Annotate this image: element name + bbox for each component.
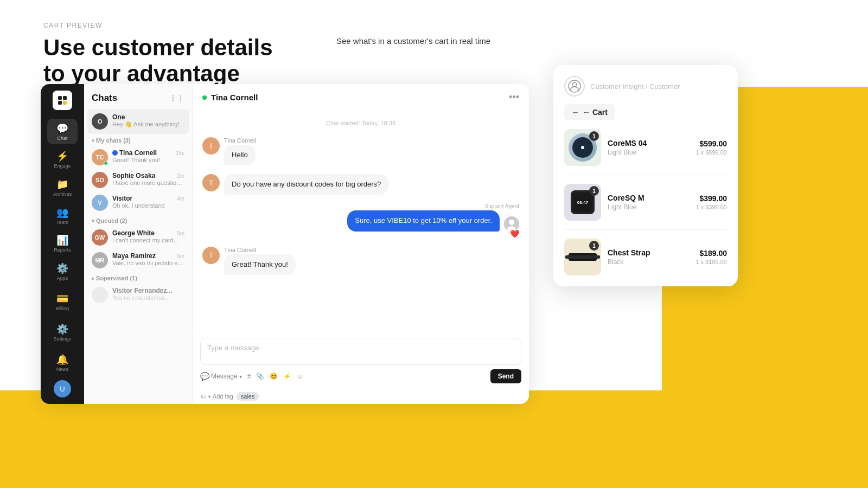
- cart-variant-chest-strap: Black: [608, 258, 690, 266]
- message-group-4: T Tina Cornell Great! Thank you!: [202, 247, 519, 275]
- header-section: CART PREVIEW Use customer details to you…: [43, 22, 273, 87]
- cart-details-chest-strap: Chest Strap Black: [608, 248, 690, 266]
- cart-back-button[interactable]: ← ← Cart: [564, 104, 615, 120]
- nav-logo: [53, 91, 72, 110]
- chat-item-one[interactable]: O One Hey 👋 Ask me anything!: [87, 109, 189, 134]
- nav-label-billing: Billing: [56, 306, 69, 311]
- nav-item-settings[interactable]: ⚙️ Settings: [47, 319, 78, 345]
- nav-label-archives: Archives: [53, 191, 72, 197]
- message-format-button[interactable]: 💬 Message ▾: [200, 372, 242, 381]
- message-content-4: Tina Cornell Great! Thank you!: [224, 247, 296, 275]
- reports-icon: 📊: [56, 234, 68, 246]
- chat-time-maya: 6m: [177, 253, 184, 259]
- chat-preview-maya: Vale, no veo mi pedido en la lista...: [112, 260, 184, 266]
- settings-icon: ⚙️: [56, 323, 68, 335]
- chat-avatar-maya: MR: [92, 252, 108, 268]
- cart-item-img-corems: 1: [564, 129, 601, 166]
- filter-icon[interactable]: ⋮⋮: [169, 94, 184, 102]
- annotation-text: See what's in a customer's cart in real …: [336, 35, 490, 48]
- cart-price-right-corems: $599.00 1 x $599.00: [696, 139, 727, 156]
- chat-time-visitor: 4m: [177, 196, 184, 202]
- send-button[interactable]: Send: [490, 369, 521, 383]
- cart-badge-chest-strap: 1: [589, 241, 599, 251]
- chat-avatar-visitor: V: [92, 195, 108, 211]
- hashtag-button[interactable]: #: [247, 373, 251, 380]
- chat-item-maya[interactable]: MR Maya Ramirez 6m Vale, no veo mi pedid…: [84, 249, 192, 272]
- support-agent-label: Support Agent: [485, 203, 519, 209]
- svg-rect-2: [58, 101, 62, 105]
- svg-rect-3: [63, 101, 67, 105]
- billing-icon: 💳: [56, 293, 68, 305]
- cart-name-chest-strap: Chest Strap: [608, 248, 690, 257]
- cart-qty-chest-strap: 1 x $189.00: [696, 259, 727, 265]
- chat-avatar-one: O: [92, 113, 108, 130]
- user-avatar[interactable]: U: [54, 380, 71, 397]
- svg-rect-0: [58, 96, 62, 100]
- chat-avatar-george: GW: [92, 229, 108, 246]
- tina-avatar-msg4: T: [202, 247, 220, 264]
- chat-item-sophie[interactable]: SO Sophie Osaka 2m I have one more quest…: [84, 169, 192, 191]
- sender-name-4: Tina Cornell: [224, 247, 296, 253]
- engage-icon: ⚡: [56, 150, 68, 162]
- nav-item-news[interactable]: 🔔 News: [47, 350, 78, 376]
- main-title: Use customer details to your advantage: [43, 35, 273, 87]
- nav-item-engage[interactable]: ⚡ Engage: [47, 146, 78, 172]
- nav-label-settings: Settings: [54, 336, 72, 342]
- heart-reaction: ❤️: [510, 229, 519, 238]
- message-bubble-4: Great! Thank you!: [224, 254, 296, 275]
- chat-item-visitor[interactable]: V Visitor 4m Oh ok, I understand: [84, 191, 192, 214]
- emoji-button[interactable]: 😊: [270, 373, 278, 380]
- cart-items-list: 1 CoreMS 04 Light Blue $599.00 1 x $599.…: [564, 129, 727, 275]
- extra-button[interactable]: ☺: [297, 373, 303, 380]
- divider-2: [564, 229, 727, 230]
- chest-strap-visual: [567, 250, 598, 264]
- chat-info-sophie: Sophie Osaka 2m I have one more question…: [112, 172, 184, 186]
- nav-sidebar: 💬 Chat ⚡ Engage 📁 Archives 👥 Team 📊 Repo…: [41, 84, 84, 404]
- add-tag-button[interactable]: 🏷 + Add tag: [200, 393, 233, 400]
- cart-badge-coresq: 1: [589, 186, 599, 196]
- tina-avatar-msg2: T: [202, 174, 220, 191]
- cart-details-corems: CoreMS 04 Light Blue: [608, 139, 690, 156]
- cart-details-coresq: CoreSQ M Light Blue: [608, 194, 690, 211]
- nav-item-apps[interactable]: ⚙️ Apps: [47, 259, 78, 285]
- cart-price-coresq: $399.00: [696, 194, 727, 203]
- chat-item-supervised[interactable]: Visitor Fernandez... Yes no entendemos..…: [84, 284, 192, 306]
- nav-item-reports[interactable]: 📊 Reports: [47, 231, 78, 257]
- chat-item-george[interactable]: GW George White 5m I can't connect my ca…: [84, 226, 192, 249]
- quick-reply-button[interactable]: ⚡: [283, 373, 291, 380]
- chat-toolbar: 💬 Message ▾ # 📎 😊 ⚡ ☺ Send: [200, 369, 521, 383]
- message-input-box[interactable]: Type a message: [200, 338, 521, 365]
- chat-avatar-supervised: [92, 287, 108, 303]
- supervised-label: ▸ Supervised (1): [84, 272, 192, 284]
- chat-info-tina: Tina Cornell 15s Great! Thank you!: [112, 149, 184, 163]
- nav-label-apps: Apps: [57, 275, 68, 281]
- chat-name-maya: Maya Ramirez: [112, 252, 156, 260]
- chat-preview-one: Hey 👋 Ask me anything!: [112, 121, 184, 128]
- chat-item-tina[interactable]: TC Tina Cornell 15s Great! Thank you!: [84, 146, 192, 169]
- sales-tag[interactable]: sales: [237, 392, 259, 401]
- chat-info-supervised: Visitor Fernandez... Yes no entendemos..…: [112, 287, 184, 301]
- nav-bottom: 💳 Billing ⚙️ Settings 🔔 News U: [47, 289, 78, 397]
- nav-item-archives[interactable]: 📁 Archives: [47, 175, 78, 201]
- cart-price-corems: $599.00: [696, 139, 727, 148]
- message-row-right: Sure, use VIBE10 to get 10% off your ord…: [347, 210, 519, 231]
- nav-item-chat[interactable]: 💬 Chat: [47, 119, 78, 145]
- more-options-button[interactable]: •••: [509, 92, 519, 103]
- chat-name-supervised: Visitor Fernandez...: [112, 287, 184, 294]
- cart-badge-corems: 1: [589, 131, 599, 141]
- nav-item-billing[interactable]: 💳 Billing: [47, 289, 78, 315]
- archives-icon: 📁: [56, 178, 68, 190]
- message-content-1: Tina Cornell Hello: [224, 137, 256, 165]
- news-icon: 🔔: [56, 354, 68, 365]
- chat-list-header: Chats ⋮⋮: [84, 84, 192, 109]
- chat-list-panel: Chats ⋮⋮ O One Hey 👋 Ask me anything! ▾ …: [84, 84, 193, 404]
- chat-avatar-sophie: SO: [92, 172, 108, 188]
- cart-variant-coresq: Light Blue: [608, 203, 690, 211]
- chat-preview-george: I can't connect my card...: [112, 237, 184, 243]
- nav-item-team[interactable]: 👥 Team: [47, 203, 78, 229]
- cart-price-right-chest-strap: $189.00 1 x $189.00: [696, 249, 727, 265]
- my-chats-label: ▾ My chats (3): [84, 134, 192, 146]
- message-group-2: T Do you have any discount codes for big…: [202, 174, 519, 195]
- attach-button[interactable]: 📎: [256, 373, 264, 380]
- chat-info-maya: Maya Ramirez 6m Vale, no veo mi pedido e…: [112, 252, 184, 266]
